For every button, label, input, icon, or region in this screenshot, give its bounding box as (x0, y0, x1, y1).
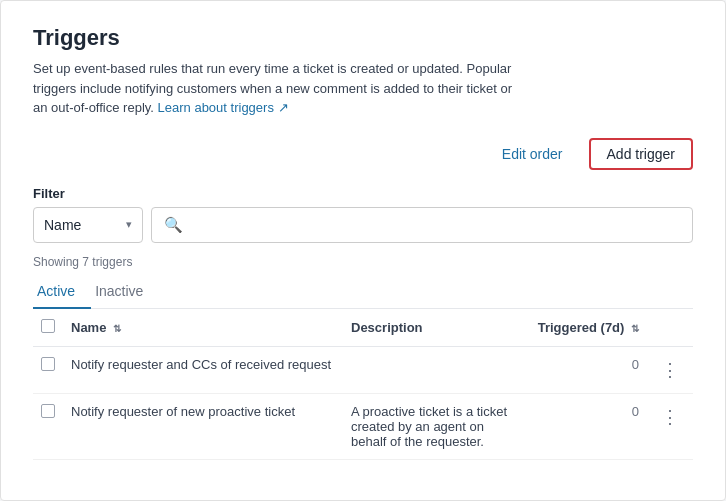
row-checkbox[interactable] (41, 404, 55, 418)
edit-order-button[interactable]: Edit order (492, 140, 573, 168)
sort-icon-name: ⇅ (113, 323, 121, 334)
triggers-table: Name ⇅ Description Triggered (7d) ⇅ Noti… (33, 309, 693, 460)
page-title: Triggers (33, 25, 693, 51)
tabs-container: Active Inactive (33, 275, 693, 309)
select-all-checkbox[interactable] (41, 319, 55, 333)
toolbar: Edit order Add trigger (33, 138, 693, 170)
filter-section: Filter Name ▾ 🔍 (33, 186, 693, 243)
col-header-actions (647, 309, 693, 347)
page-description: Set up event-based rules that run every … (33, 59, 513, 118)
filter-label: Filter (33, 186, 693, 201)
showing-text: Showing 7 triggers (33, 255, 693, 269)
search-input[interactable] (191, 217, 680, 233)
learn-more-link[interactable]: Learn about triggers ↗ (158, 100, 289, 115)
row-description: A proactive ticket is a ticket created b… (343, 393, 527, 459)
main-window: Triggers Set up event-based rules that r… (0, 0, 726, 501)
chevron-down-icon: ▾ (126, 218, 132, 231)
filter-select[interactable]: Name ▾ (33, 207, 143, 243)
sort-icon-triggered: ⇅ (631, 323, 639, 334)
row-triggered: 0 (527, 393, 647, 459)
row-actions-button[interactable]: ⋮ (655, 404, 685, 430)
tab-active[interactable]: Active (33, 275, 91, 309)
col-header-description: Description (343, 309, 527, 347)
table-row: Notify requester of new proactive ticket… (33, 393, 693, 459)
row-name: Notify requester of new proactive ticket (63, 393, 343, 459)
filter-select-value: Name (44, 217, 102, 233)
row-name: Notify requester and CCs of received req… (63, 346, 343, 393)
search-box: 🔍 (151, 207, 693, 243)
row-triggered: 0 (527, 346, 647, 393)
table-row: Notify requester and CCs of received req… (33, 346, 693, 393)
col-header-name: Name ⇅ (63, 309, 343, 347)
search-icon: 🔍 (164, 216, 183, 234)
row-description (343, 346, 527, 393)
row-actions-button[interactable]: ⋮ (655, 357, 685, 383)
add-trigger-button[interactable]: Add trigger (589, 138, 693, 170)
tab-inactive[interactable]: Inactive (91, 275, 159, 309)
filter-row: Name ▾ 🔍 (33, 207, 693, 243)
col-header-triggered: Triggered (7d) ⇅ (527, 309, 647, 347)
row-checkbox[interactable] (41, 357, 55, 371)
